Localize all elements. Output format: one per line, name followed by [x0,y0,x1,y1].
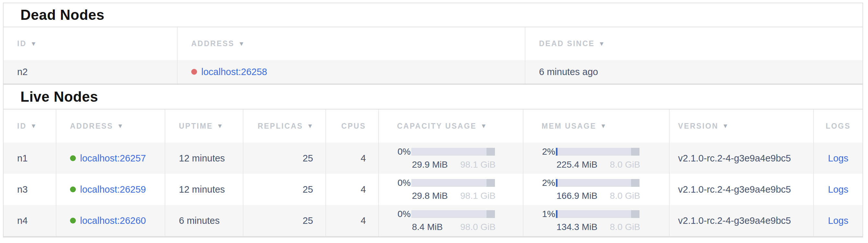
sort-desc-icon: ▼ [30,40,37,48]
usage-used-label: 225.4 MiB [557,160,597,170]
node-address-cell: localhost:26259 [56,174,165,205]
dead-column-header-id[interactable]: ID ▼ [4,27,178,60]
node-address-cell: localhost:26260 [56,205,165,236]
node-address-link[interactable]: localhost:26260 [80,215,146,226]
live-column-header-uptime[interactable]: UPTIME ▼ [165,109,243,143]
sort-desc-icon: ▼ [599,40,605,48]
logs-cell: Logs [814,143,863,174]
cpus-cell: 4 [326,143,379,174]
sort-desc-icon: ▼ [481,123,487,130]
usage-percent-label: 2% [541,178,556,188]
node-id-cell: n3 [4,174,56,205]
sort-desc-icon: ▼ [117,123,123,130]
usage-total-label: 8.0 GiB [610,222,640,232]
node-address-cell: localhost:26257 [56,143,165,174]
logs-link[interactable]: Logs [828,184,848,195]
mem-usage-widget: 1% 134.3 MiB 8.0 GiB [541,209,640,232]
live-column-header-mem-usage[interactable]: MEM USAGE ▼ [523,109,670,143]
dead-status-dot-icon [191,69,197,75]
table-row: n3 localhost:26259 12 minutes 25 4 0% [4,174,863,205]
capacity-usage-widget: 0% 29.8 MiB 98.1 GiB [397,178,496,201]
usage-used-label: 134.3 MiB [557,222,597,232]
replicas-cell: 25 [243,205,326,236]
node-address-link[interactable]: localhost:26259 [80,184,146,195]
mem-usage-cell: 1% 134.3 MiB 8.0 GiB [523,205,670,236]
dead-column-header-dead-since[interactable]: DEAD SINCE ▼ [525,27,863,60]
live-status-dot-icon [70,187,76,192]
node-address-link[interactable]: localhost:26258 [201,66,267,77]
usage-bar [411,210,495,218]
usage-total-label: 98.0 GiB [460,222,496,232]
usage-used-label: 29.8 MiB [412,191,448,201]
usage-bar-fill [556,210,557,218]
usage-total-label: 8.0 GiB [610,160,640,170]
usage-used-label: 29.9 MiB [412,160,448,170]
usage-bar-end-block [631,179,640,187]
sort-desc-icon: ▼ [238,40,244,48]
usage-bar-end-block [487,179,495,187]
usage-bar-end-block [631,148,640,156]
table-row: n1 localhost:26257 12 minutes 25 4 0% [4,143,863,174]
usage-percent-label: 0% [397,146,411,157]
usage-bar [411,179,495,187]
dead-nodes-heading: Dead Nodes [4,3,863,27]
usage-bar-fill [556,148,557,156]
usage-bar [556,148,640,156]
table-row: n2 localhost:26258 6 minutes ago [4,60,863,84]
usage-bar [411,148,495,156]
live-nodes-heading: Live Nodes [4,84,863,109]
sort-desc-icon: ▼ [217,123,223,130]
sort-desc-icon: ▼ [307,123,313,130]
usage-total-label: 98.1 GiB [460,191,496,201]
capacity-usage-widget: 0% 29.9 MiB 98.1 GiB [397,146,496,170]
live-column-header-cpus: CPUS [326,109,379,143]
live-column-header-replicas[interactable]: REPLICAS ▼ [243,109,326,143]
replicas-cell: 25 [243,143,326,174]
capacity-usage-cell: 0% 8.4 MiB 98.0 GiB [379,205,523,236]
node-id-cell: n4 [4,205,56,236]
table-row: n4 localhost:26260 6 minutes 25 4 0% [4,205,863,236]
sort-desc-icon: ▼ [600,123,607,130]
logs-link[interactable]: Logs [828,153,848,164]
usage-bar [556,179,640,187]
usage-bar-fill [556,179,557,187]
logs-link[interactable]: Logs [828,215,848,226]
node-address-link[interactable]: localhost:26257 [80,153,146,164]
capacity-usage-cell: 0% 29.8 MiB 98.1 GiB [379,174,523,205]
version-cell: v2.1.0-rc.2-4-g3e9a4e9bc5 [670,205,814,236]
cpus-cell: 4 [326,174,379,205]
dead-nodes-header-row: ID ▼ ADDRESS ▼ DEAD SINCE ▼ [4,27,863,60]
logs-cell: Logs [814,205,863,236]
live-status-dot-icon [70,155,76,161]
live-column-header-address[interactable]: ADDRESS ▼ [56,109,165,143]
mem-usage-widget: 2% 166.9 MiB 8.0 GiB [541,178,640,201]
live-status-dot-icon [70,218,76,223]
live-nodes-header-row: ID ▼ ADDRESS ▼ UPTIME ▼ REPLICAS ▼ CPUS … [4,109,863,143]
usage-percent-label: 2% [541,146,556,157]
usage-percent-label: 0% [397,209,411,219]
sort-desc-icon: ▼ [30,123,37,130]
sort-desc-icon: ▼ [722,123,728,130]
uptime-cell: 12 minutes [165,143,243,174]
live-column-header-version[interactable]: VERSION ▼ [670,109,814,143]
mem-usage-cell: 2% 225.4 MiB 8.0 GiB [523,143,670,174]
usage-bar-end-block [487,210,495,218]
live-column-header-capacity-usage[interactable]: CAPACITY USAGE ▼ [379,109,523,143]
usage-total-label: 8.0 GiB [610,191,640,201]
version-cell: v2.1.0-rc.2-4-g3e9a4e9bc5 [670,174,814,205]
dead-column-header-address[interactable]: ADDRESS ▼ [178,27,525,60]
live-column-header-id[interactable]: ID ▼ [4,109,56,143]
capacity-usage-cell: 0% 29.9 MiB 98.1 GiB [379,143,523,174]
node-list-panel: Dead Nodes ID ▼ ADDRESS ▼ DEAD SINCE ▼ n… [3,3,863,238]
usage-total-label: 98.1 GiB [460,160,496,170]
dead-since-cell: 6 minutes ago [525,60,863,83]
node-address-cell: localhost:26258 [178,60,525,83]
usage-bar-end-block [631,210,640,218]
uptime-cell: 12 minutes [165,174,243,205]
replicas-cell: 25 [243,174,326,205]
live-column-header-logs: LOGS [814,109,863,143]
usage-bar [556,210,640,218]
mem-usage-widget: 2% 225.4 MiB 8.0 GiB [541,146,640,170]
mem-usage-cell: 2% 166.9 MiB 8.0 GiB [523,174,670,205]
capacity-usage-widget: 0% 8.4 MiB 98.0 GiB [397,209,496,232]
